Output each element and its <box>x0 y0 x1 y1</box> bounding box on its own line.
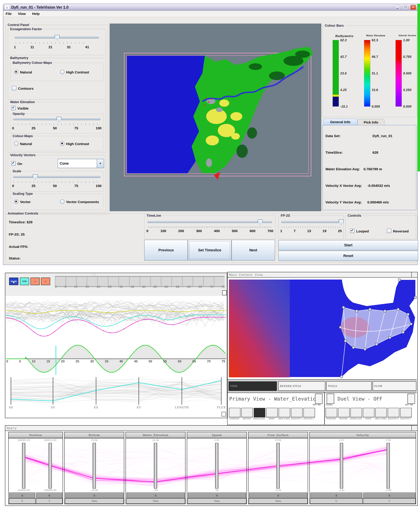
layer-button-speed[interactable] <box>266 408 278 418</box>
resize-handle[interactable] <box>222 412 226 417</box>
water-highcontrast-radio[interactable]: High Contrast <box>60 142 89 146</box>
stop-button[interactable]: STOP <box>20 277 29 285</box>
water-visible-checkbox[interactable]: Visible <box>11 106 29 110</box>
chevron-down-icon[interactable]: ▼ <box>97 159 104 168</box>
ruler-marker[interactable] <box>93 274 95 276</box>
layer-button-water_elev[interactable] <box>254 408 265 418</box>
menu-help[interactable]: Help <box>32 12 40 16</box>
axis-slider[interactable] <box>340 443 343 489</box>
step-forward-button[interactable]: » <box>41 277 50 285</box>
tab-general-info[interactable]: General Info <box>323 119 357 125</box>
render-style-field[interactable]: RENDER STYLE <box>278 381 325 391</box>
restore-icon[interactable]: ❐ <box>402 5 408 10</box>
window-titlebar[interactable]: Dyfi_run_01 - TeleVision Ver 1.0 ▁ ❐ ✕ <box>3 4 417 11</box>
axis-slider[interactable] <box>22 443 25 489</box>
previous-button[interactable]: Previous <box>144 240 188 261</box>
contours-checkbox[interactable]: Contours <box>12 86 33 90</box>
view-menu-button[interactable]: VIEW <box>229 381 277 391</box>
axis-slider[interactable] <box>154 443 157 489</box>
close-icon[interactable]: ✕ <box>410 5 416 10</box>
axis-slider[interactable] <box>387 443 390 489</box>
axis-max-value: 19.96 <box>275 439 281 441</box>
context-map[interactable] <box>228 277 417 379</box>
layer-button-overview[interactable] <box>229 408 240 418</box>
flow-field[interactable]: FLOW <box>373 381 416 391</box>
layer-button-free_surfa[interactable] <box>375 408 387 418</box>
bathymetry-highcontrast-radio[interactable]: High Contrast <box>60 70 89 74</box>
wave-axis-numbers: 051015202530354045505560657075 <box>6 359 225 363</box>
reset-button[interactable]: Reset <box>278 251 418 261</box>
menu-file[interactable]: File <box>6 12 12 16</box>
velocity-vectors-group: Velocity Vectors On Cone ▼ Scale 0255075… <box>8 155 106 213</box>
start-button[interactable]: Start <box>278 240 418 250</box>
axis-reset-button[interactable]: R <box>65 493 123 499</box>
scale-slider[interactable] <box>13 175 101 178</box>
vectors-on-checkbox[interactable]: On <box>11 161 22 166</box>
axis-slider[interactable] <box>49 443 52 489</box>
layer-button-water_elev[interactable] <box>350 408 362 418</box>
fp2s-slider[interactable] <box>281 220 341 223</box>
tick-label: 50 <box>53 126 57 130</box>
tools-field[interactable]: TOOLS <box>326 381 372 391</box>
axis-reset-button[interactable]: R <box>249 493 307 499</box>
axis-label: Data <box>188 498 246 504</box>
axis-reset-button[interactable]: R <box>310 493 362 499</box>
axis-min-value: 230000.00 <box>17 489 30 492</box>
scaling-vector-radio[interactable]: Vector <box>14 200 31 204</box>
layer-button-velocity_u[interactable] <box>291 408 303 418</box>
axis-slider[interactable] <box>215 443 218 489</box>
anim-controls-group: Controls Looped Reversed <box>345 216 418 239</box>
water-natural-radio[interactable]: Natural <box>14 142 32 146</box>
opacity-slider[interactable] <box>13 118 101 120</box>
primary-heatmap-checkbox[interactable] <box>315 394 323 404</box>
toolbar-corner-box[interactable] <box>222 290 227 295</box>
glyph-combobox[interactable]: Cone ▼ <box>58 159 104 168</box>
timeline-slider[interactable] <box>147 220 272 223</box>
tab-pick-info[interactable]: Pick Info <box>358 119 384 126</box>
estuary-3d-map <box>110 23 321 211</box>
context-view-titlebar[interactable]: Main Context View <box>228 272 417 277</box>
opacity-slider-thumb[interactable] <box>57 117 61 122</box>
titlebar-end-box[interactable] <box>411 272 417 277</box>
layer-button-overview[interactable] <box>326 408 337 418</box>
menu-view[interactable]: View <box>18 12 26 16</box>
axis-slider[interactable] <box>276 443 280 489</box>
tick-label: 45 <box>134 359 138 363</box>
axis-reset-button[interactable]: R <box>188 493 246 499</box>
exxageration-slider[interactable] <box>14 36 99 39</box>
scaling-components-radio[interactable]: Vector Components <box>60 200 99 204</box>
layer-button-speed[interactable] <box>363 408 375 418</box>
axis-slider[interactable] <box>93 443 96 489</box>
layer-button-velocity_v[interactable] <box>400 408 412 418</box>
layer-button-velocity_v[interactable] <box>304 408 315 418</box>
minimize-icon[interactable]: ▁ <box>394 5 400 10</box>
axis-reset-button[interactable]: R <box>363 493 415 499</box>
next-button[interactable]: Next <box>232 240 275 261</box>
duel-visible-checkbox[interactable] <box>326 394 334 404</box>
duel-heatmap-checkbox[interactable] <box>407 394 415 404</box>
scale-slider-thumb[interactable] <box>33 174 38 180</box>
layer-button-bottom[interactable] <box>338 408 350 418</box>
axis-reset-button[interactable]: R <box>36 493 62 499</box>
timeline-slider-thumb[interactable] <box>258 219 263 225</box>
step-back-button[interactable]: « <box>30 277 40 285</box>
layer-button-velocity_u[interactable] <box>388 408 399 418</box>
axis-reset-button[interactable]: R <box>9 493 35 499</box>
set-timeslice-button[interactable]: Set Timeslice <box>188 240 231 261</box>
tick-label: 25 <box>76 359 79 363</box>
axis-reset-button[interactable]: R <box>127 493 185 499</box>
fp2s-title: FP-2S <box>280 214 291 217</box>
render-3d-view[interactable] <box>110 23 321 211</box>
reversed-checkbox[interactable]: Reversed <box>387 229 409 233</box>
timeseries-spaghetti-plot[interactable] <box>6 296 226 345</box>
fp2s-slider-thumb[interactable] <box>339 219 344 225</box>
tick-label: 100 <box>96 126 101 130</box>
exxageration-slider-thumb[interactable] <box>55 35 60 41</box>
bathymetry-natural-radio[interactable]: Natural <box>14 70 32 74</box>
water-colourmaps-title: Colour-Maps <box>12 134 34 138</box>
tick-label: 21 <box>49 45 52 49</box>
looped-checkbox[interactable]: Looped <box>350 229 369 233</box>
layer-button-free_surfa[interactable] <box>279 408 290 418</box>
tracer-parallel-coordinates[interactable] <box>6 376 226 405</box>
layer-button-bottom[interactable] <box>241 408 253 418</box>
